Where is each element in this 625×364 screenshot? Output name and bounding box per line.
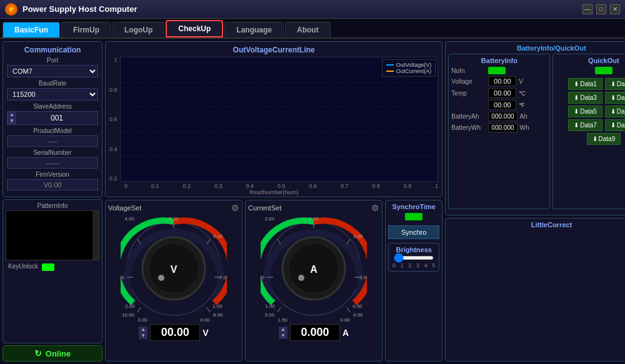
battery-wh-row: BatteryWh 000.000 Wh [451,123,547,132]
battery-noin-label: NoIn [451,67,486,74]
voltage-gear-icon[interactable]: ⚙ [231,203,239,213]
brightness-slider[interactable] [394,256,434,260]
chart-y-axis: 1 0.8 0.6 0.4 0.2 [109,57,118,182]
data5-button[interactable]: ⬇ Data5 [568,106,602,117]
pattern-canvas [6,210,99,260]
battery-quickout-inner: BatteryInfo NoIn Voltage 00.00 V Temp 00… [448,54,625,209]
title-bar: ⚡ Power Supply Host Computer — □ ✕ [0,0,625,19]
svg-line-8 [207,307,210,312]
svg-line-31 [347,307,350,312]
svg-text:A: A [310,264,318,275]
current-spinbox-buttons[interactable]: ▲ ▼ [279,327,288,339]
quick-out-led [595,67,612,74]
tab-language[interactable]: Language [224,22,284,37]
battery-info-title: BatteryInfo [451,57,547,64]
product-model-label: ProductModel [7,127,98,134]
current-knob[interactable]: A 2.50 3.00 3.50 [261,215,367,322]
tab-checkup[interactable]: CheckUp [166,20,223,37]
pattern-info-label: PatternInfo [6,202,99,209]
window-controls[interactable]: — □ ✕ [582,4,620,14]
voltage-value-row[interactable]: ▲ ▼ 00.00 V [108,324,239,341]
battery-voltage-label: Voltage [451,78,486,85]
svg-text:0.00: 0.00 [200,317,210,322]
synchro-led-row [388,213,439,222]
current-value-display: 0.000 [290,324,340,341]
current-value-row[interactable]: ▲ ▼ 0.000 A [248,324,379,341]
brightness-section: Brightness 0 1 2 3 4 5 [388,243,439,272]
minimize-button[interactable]: — [582,4,592,14]
svg-text:1.00: 1.00 [212,303,222,309]
current-down-button[interactable]: ▼ [279,333,288,339]
battery-temp-c-value: 00.00 [488,88,516,98]
data9-button[interactable]: ⬇ Data9 [587,133,621,145]
tab-about[interactable]: About [285,22,331,37]
slave-address-spin-buttons[interactable]: ▲ ▼ [8,112,16,124]
svg-text:10.00: 10.00 [122,312,135,318]
data6-button[interactable]: ⬇ Data6 [605,106,625,117]
current-unit: A [342,328,349,338]
left-panel: Communication Port COM7 BaudRate 115200 … [2,41,102,362]
main-content: Communication Port COM7 BaudRate 115200 … [0,39,625,364]
close-button[interactable]: ✕ [610,4,620,14]
svg-text:4.00: 4.00 [353,312,363,318]
maximize-button[interactable]: □ [596,4,606,14]
battery-ah-label: BatteryAh [451,113,486,120]
online-button[interactable]: ↻ Online [2,345,102,362]
voltage-knob[interactable]: V 5.0 [121,215,227,322]
current-gear-icon[interactable]: ⚙ [371,203,379,213]
current-set-header: CurrentSet ⚙ [248,203,379,213]
synchro-brightness-panel: SynchroTime Synchro Brightness 0 1 2 [385,200,442,362]
current-set-panel: CurrentSet ⚙ A [245,200,382,362]
pattern-scrollbar[interactable] [92,211,99,260]
synchro-button[interactable]: Synchro [388,225,439,239]
slave-address-down[interactable]: ▼ [8,118,16,124]
battery-wh-unit: Wh [520,124,529,131]
battery-temp-c-unit: ℃ [519,90,526,97]
brightness-1: 1 [401,262,404,268]
synchro-led [405,213,422,220]
voltage-down-button[interactable]: ▼ [139,333,148,339]
voltage-up-button[interactable]: ▲ [139,327,148,333]
y-label-1: 1 [109,57,118,63]
slave-address-up[interactable]: ▲ [8,112,16,118]
chart-area: OutVoltageCurrentLine 1 0.8 0.6 0.4 0.2 [105,41,442,362]
baudrate-row[interactable]: 115200 [7,88,98,101]
serial-number-value: ------ [7,157,98,169]
quick-btn-row-4: ⬇ Data7 ⬇ Data8 [556,119,625,131]
y-label-08: 0.8 [109,87,118,93]
svg-text:2.50: 2.50 [309,216,319,222]
quick-btn-row-5: ⬇ Data9 [556,133,625,145]
svg-text:0.50: 0.50 [352,303,362,309]
firm-version-label: FirmVersion [7,171,98,178]
brightness-0: 0 [392,262,396,268]
port-select[interactable]: COM7 [7,65,98,77]
baudrate-select[interactable]: 115200 [7,88,98,101]
svg-text:9.00: 9.00 [121,275,125,280]
tab-firmup[interactable]: FirmUp [61,22,111,37]
data3-button[interactable]: ⬇ Data3 [568,92,602,104]
quick-btn-row-3: ⬇ Data5 ⬇ Data6 [556,106,625,117]
quick-out-panel: QuickOut ⬇ Data1 ⬇ Data2 ⬇ Data3 ⬇ Data4… [552,54,625,209]
tab-basicfun[interactable]: BasicFun [2,22,60,37]
port-row[interactable]: COM7 [7,65,98,77]
brightness-slider-row[interactable] [391,256,436,260]
tab-logoup[interactable]: LogoUp [112,22,164,37]
data4-button[interactable]: ⬇ Data4 [605,92,625,104]
online-label: Online [46,349,71,358]
brightness-2: 2 [408,262,411,268]
svg-text:0.00: 0.00 [340,317,350,322]
slave-address-spinbox[interactable]: ▲ ▼ 001 [7,111,98,125]
data8-button[interactable]: ⬇ Data8 [605,119,625,131]
svg-point-4 [158,275,164,281]
battery-voltage-value: 00.00 [488,76,516,86]
current-up-button[interactable]: ▲ [279,327,288,333]
current-set-title: CurrentSet [248,204,281,212]
data1-button[interactable]: ⬇ Data1 [568,78,602,90]
chart-panel: OutVoltageCurrentLine 1 0.8 0.6 0.4 0.2 [105,41,442,197]
data2-button[interactable]: ⬇ Data2 [605,78,625,90]
battery-temp-f-value: 00.00 [488,100,516,110]
data7-button[interactable]: ⬇ Data7 [568,119,602,131]
battery-quickout-title[interactable]: BatteryInfo/QuickOut [448,44,625,52]
voltage-spinbox-buttons[interactable]: ▲ ▼ [139,327,148,339]
svg-text:2.00: 2.00 [125,303,135,309]
